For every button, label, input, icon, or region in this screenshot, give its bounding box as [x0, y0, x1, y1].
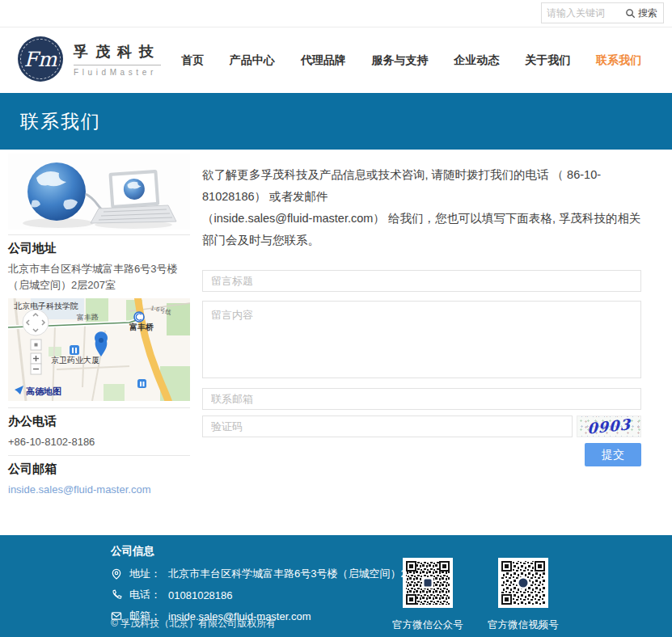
captcha-input[interactable] [202, 416, 573, 437]
footer-heading: 公司信息 [111, 544, 445, 559]
address-text: 北京市丰台区科学城富丰路6号3号楼（启城空间）2层207室 [8, 261, 190, 293]
qr2-label: 官方微信视频号 [488, 618, 559, 632]
email-link[interactable]: inside.sales@fluid-master.com [8, 483, 150, 496]
site-header: Fm 孚茂科技 FluidMaster 首页 产品中心 代理品牌 服务与支持 企… [0, 27, 672, 93]
nav-service-support[interactable]: 服务与支持 [371, 53, 428, 68]
footer-phone-row: 电话：01081028186 [111, 588, 445, 602]
nav-brands[interactable]: 代理品牌 [301, 53, 346, 68]
intro-paragraph: 欲了解更多孚茂科技及产品信息或技术咨询, 请随时拨打我们的电话 （ 86-10-… [202, 164, 641, 251]
search-button-label: 搜索 [638, 6, 657, 20]
captcha-row: 0903 [202, 416, 641, 437]
copyright: © 孚茂科技（北京）有限公司版权所有 [111, 617, 276, 631]
intro-line-2: （inside.sales@fluid-master.com） 给我们，您也可以… [202, 212, 640, 247]
address-heading: 公司地址 [8, 241, 190, 256]
page: 搜索 Fm 孚茂科技 FluidMaster 首页 产品中心 代理品牌 服务与支… [0, 0, 672, 637]
nav-products[interactable]: 产品中心 [230, 53, 275, 68]
globe-laptop-image [8, 154, 190, 230]
location-map[interactable]: 富丰路 1-6号线 北京电子科技学院 富丰桥 京卫药业大厦 [8, 298, 190, 401]
topbar: 搜索 [0, 0, 672, 27]
site-footer: 公司信息 地址：北京市丰台区科学城富丰路6号3号楼（启城空间）2层207室 电话… [0, 535, 672, 637]
logo-monogram: Fm [23, 48, 57, 71]
qr-code-image [403, 558, 453, 608]
sidebar: 公司地址 北京市丰台区科学城富丰路6号3号楼（启城空间）2层207室 [8, 154, 190, 496]
nav-home[interactable]: 首页 [181, 53, 204, 68]
message-content-textarea[interactable] [202, 301, 641, 378]
phone-heading: 办公电话 [8, 414, 190, 429]
captcha-image[interactable]: 0903 [577, 416, 641, 437]
map-bridge-label: 富丰桥 [129, 323, 154, 331]
search-input[interactable] [542, 7, 625, 19]
logo-name-cn: 孚茂科技 [74, 42, 161, 65]
captcha-text: 0903 [587, 416, 631, 437]
phone-text: +86-10-8102-8186 [8, 434, 190, 450]
footer-address-label: 地址： [129, 567, 161, 581]
map-road-label: 富丰路 [77, 313, 99, 322]
footer-phone-value: 01081028186 [168, 589, 233, 601]
footer-phone-label: 电话： [129, 588, 161, 602]
search-button[interactable]: 搜索 [625, 6, 663, 20]
email-heading: 公司邮箱 [8, 462, 190, 477]
message-title-input[interactable] [202, 270, 641, 292]
map-building-label: 京卫药业大厦 [51, 356, 99, 365]
location-pin-icon [111, 568, 122, 580]
contact-email-input[interactable] [202, 388, 641, 410]
search-icon [625, 8, 636, 19]
nav-contact[interactable]: 联系我们 [596, 53, 641, 68]
submit-button[interactable]: 提交 [585, 443, 641, 466]
nav-about[interactable]: 关于我们 [525, 53, 570, 68]
footer-address-row: 地址：北京市丰台区科学城富丰路6号3号楼（启城空间）2层207室 [111, 567, 445, 581]
wechat-video-account-qr: 官方微信视频号 [498, 558, 548, 632]
logo-text: 孚茂科技 FluidMaster [74, 42, 161, 77]
divider [8, 234, 190, 235]
page-banner: 联系我们 [0, 93, 672, 150]
search-box: 搜索 [541, 2, 664, 23]
divider [8, 455, 190, 456]
wechat-official-account-qr: 官方微信公众号 [403, 558, 453, 632]
divider [8, 407, 190, 408]
logo-monogram-icon: Fm [18, 36, 63, 82]
qr1-label: 官方微信公众号 [392, 618, 463, 632]
logo[interactable]: Fm 孚茂科技 FluidMaster [18, 36, 161, 82]
phone-icon [111, 589, 122, 601]
page-title: 联系我们 [20, 109, 101, 134]
contact-main: 欲了解更多孚茂科技及产品信息或技术咨询, 请随时拨打我们的电话 （ 86-10-… [202, 164, 641, 466]
nav-news[interactable]: 企业动态 [454, 53, 499, 68]
intro-line-1: 欲了解更多孚茂科技及产品信息或技术咨询, 请随时拨打我们的电话 （ 86-10-… [202, 168, 601, 203]
map-brand-label: 高德地图 [26, 386, 61, 396]
logo-name-en: FluidMaster [74, 65, 161, 77]
qr-code-image [498, 558, 548, 608]
map-school-label: 北京电子科技学院 [14, 302, 78, 310]
main-nav: 首页 产品中心 代理品牌 服务与支持 企业动态 关于我们 联系我们 [181, 27, 641, 93]
